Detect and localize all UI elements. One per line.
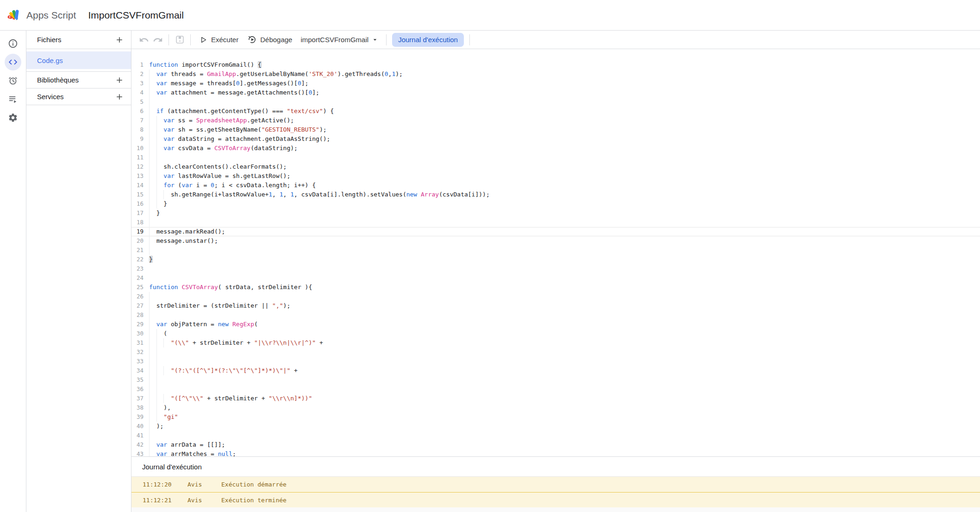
code-line-7[interactable]: 7 var ss = SpreadsheetApp.getActive();	[131, 116, 980, 125]
indent-guide	[149, 199, 150, 209]
code-line-20[interactable]: 20 message.unstar();	[131, 236, 980, 246]
indent-guide	[149, 162, 150, 171]
execution-log-button-label: Journal d'exécution	[398, 36, 458, 44]
toolbar-divider	[190, 34, 191, 45]
code-line-41[interactable]: 41	[131, 431, 980, 440]
code-icon	[8, 57, 18, 67]
code-line-15[interactable]: 15 sh.getRange(i+lastRowValue+1, 1, 1, c…	[131, 190, 980, 199]
redo-button[interactable]	[151, 33, 165, 47]
indent-guide	[149, 338, 150, 348]
log-msg: Exécution terminée	[221, 497, 287, 504]
redo-icon	[153, 35, 163, 45]
code-line-42[interactable]: 42 var arrData = [[]];	[131, 440, 980, 449]
indent-guide	[156, 125, 157, 134]
indent-guide	[156, 171, 157, 181]
code-line-18[interactable]: 18	[131, 218, 980, 227]
indent-guide	[156, 394, 157, 403]
rail-item-settings[interactable]	[5, 109, 21, 126]
indent-guide	[149, 348, 150, 357]
code-line-24[interactable]: 24	[131, 273, 980, 283]
indent-guide	[149, 440, 150, 449]
code-line-38[interactable]: 38 ),	[131, 403, 980, 412]
indent-guide	[149, 144, 150, 153]
add-file-button[interactable]	[113, 34, 125, 46]
file-item-code-gs[interactable]: Code.gs	[26, 51, 131, 69]
rail-item-overview[interactable]	[5, 35, 21, 52]
rail-item-editor[interactable]	[5, 54, 21, 70]
code-line-16[interactable]: 16 }	[131, 199, 980, 209]
debug-icon	[248, 35, 256, 44]
code-line-31[interactable]: 31 "(\\" + strDelimiter + "|\\r?\\n|\\r|…	[131, 338, 980, 348]
code-line-12[interactable]: 12 sh.clearContents().clearFormats();	[131, 162, 980, 171]
line-number: 30	[131, 329, 144, 338]
code-line-32[interactable]: 32	[131, 348, 980, 357]
code-line-21[interactable]: 21	[131, 246, 980, 255]
code-line-30[interactable]: 30 (	[131, 329, 980, 338]
files-title: Fichiers	[37, 36, 62, 44]
rail-item-triggers[interactable]	[5, 72, 21, 89]
line-number: 37	[131, 394, 144, 403]
line-number: 15	[131, 190, 144, 199]
code-line-13[interactable]: 13 var lastRowValue = sh.getLastRow();	[131, 171, 980, 181]
indent-guide	[149, 357, 150, 366]
line-number: 4	[131, 88, 144, 97]
indent-guide	[149, 320, 150, 329]
code-line-19[interactable]: 19 message.markRead();	[131, 227, 980, 236]
code-line-14[interactable]: 14 for (var i = 0; i < csvData.length; i…	[131, 181, 980, 190]
gear-icon	[8, 113, 18, 123]
indent-guide	[156, 116, 157, 125]
log-level: Avis	[187, 481, 221, 488]
code-line-36[interactable]: 36	[131, 385, 980, 394]
code-line-43[interactable]: 43 var arrMatches = null;	[131, 449, 980, 456]
apps-script-window: Apps Script ImportCSVFromGmail	[0, 0, 980, 512]
function-selector[interactable]: importCSVFromGmail	[297, 32, 382, 47]
play-icon	[199, 36, 207, 44]
debug-button[interactable]: Débogage	[243, 32, 297, 47]
code-line-27[interactable]: 27 strDelimiter = (strDelimiter || ",");	[131, 301, 980, 310]
code-line-5[interactable]: 5	[131, 97, 980, 107]
code-line-40[interactable]: 40 );	[131, 422, 980, 431]
code-line-10[interactable]: 10 var csvData = CSVToArray(dataString);	[131, 144, 980, 153]
code-line-1[interactable]: 1function importCSVFromGmail() {	[131, 60, 980, 70]
line-number: 34	[131, 366, 144, 375]
indent-guide	[149, 301, 150, 310]
code-line-37[interactable]: 37 "([^\"\\" + strDelimiter + "\\r\\n]*)…	[131, 394, 980, 403]
code-line-29[interactable]: 29 var objPattern = new RegExp(	[131, 320, 980, 329]
code-line-22[interactable]: 22}	[131, 255, 980, 264]
line-number: 20	[131, 236, 144, 246]
run-button[interactable]: Exécuter	[194, 32, 243, 47]
code-line-35[interactable]: 35	[131, 375, 980, 385]
save-button[interactable]	[173, 33, 187, 47]
line-number: 23	[131, 264, 144, 273]
code-line-17[interactable]: 17 }	[131, 209, 980, 218]
code-line-28[interactable]: 28	[131, 310, 980, 320]
code-line-8[interactable]: 8 var sh = ss.getSheetByName("GESTION_RE…	[131, 125, 980, 134]
rail-item-executions[interactable]	[5, 91, 21, 107]
code-editor[interactable]: 1function importCSVFromGmail() {2 var th…	[131, 49, 980, 456]
undo-button[interactable]	[137, 33, 151, 47]
indent-guide	[163, 338, 164, 348]
add-service-button[interactable]	[113, 91, 125, 103]
code-line-23[interactable]: 23	[131, 264, 980, 273]
add-library-button[interactable]	[113, 74, 125, 86]
toolbar-divider	[469, 34, 470, 45]
code-line-33[interactable]: 33	[131, 357, 980, 366]
code-line-25[interactable]: 25function CSVToArray( strData, strDelim…	[131, 283, 980, 292]
indent-guide	[149, 79, 150, 88]
code-line-6[interactable]: 6 if (attachment.getContentType() === "t…	[131, 107, 980, 116]
code-line-11[interactable]: 11	[131, 153, 980, 162]
code-line-4[interactable]: 4 var attachment = message.getAttachment…	[131, 88, 980, 97]
code-line-9[interactable]: 9 var dataString = attachment.getDataAsS…	[131, 134, 980, 144]
code-line-39[interactable]: 39 "gi"	[131, 412, 980, 422]
files-panel: Fichiers Code.gs Bibliothèques	[26, 31, 131, 512]
libraries-section[interactable]: Bibliothèques	[26, 72, 131, 88]
code-line-3[interactable]: 3 var message = threads[0].getMessages()…	[131, 79, 980, 88]
indent-guide	[149, 329, 150, 338]
services-section[interactable]: Services	[26, 88, 131, 105]
app-name: Apps Script	[26, 10, 76, 21]
code-line-2[interactable]: 2 var threads = GmailApp.getUserLabelByN…	[131, 70, 980, 79]
execution-log-button[interactable]: Journal d'exécution	[392, 33, 464, 47]
code-line-26[interactable]: 26	[131, 292, 980, 301]
code-line-34[interactable]: 34 "(?:\"([^\"]*(?:\"\"[^\"]*)*)\"|" +	[131, 366, 980, 375]
indent-guide	[149, 70, 150, 79]
